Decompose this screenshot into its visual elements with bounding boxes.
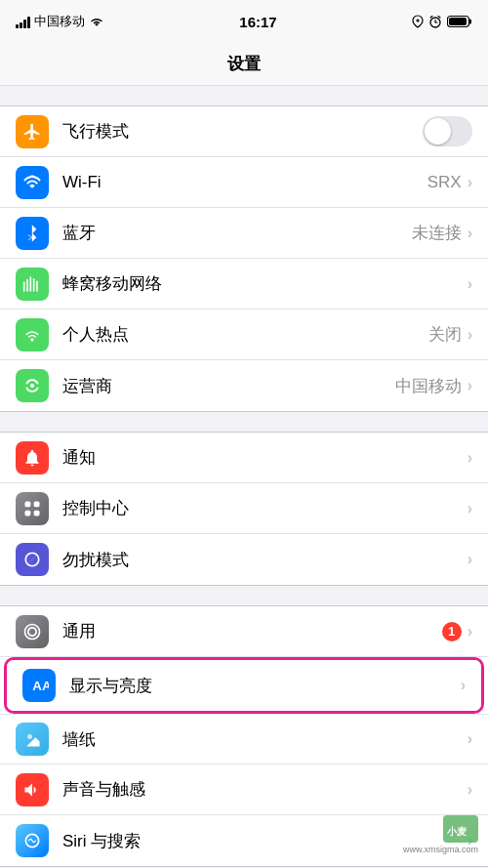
wifi-label: Wi-Fi: [62, 173, 427, 192]
settings-item-dnd[interactable]: 勿扰模式 ›: [0, 534, 488, 585]
section-notifications: 通知 › 控制中心 › 勿扰模式 ›: [0, 432, 488, 586]
wifi-value: SRX: [427, 173, 462, 192]
settings-item-control-center[interactable]: 控制中心 ›: [0, 483, 488, 534]
status-left: 中国移动: [16, 13, 104, 30]
highlighted-display-row: AA 显示与亮度 ›: [4, 657, 484, 714]
control-center-chevron-icon: ›: [468, 500, 472, 517]
location-icon: [412, 15, 424, 28]
settings-item-hotspot[interactable]: 个人热点 关闭 ›: [0, 310, 488, 360]
cellular-chevron-icon: ›: [468, 275, 472, 293]
airplane-icon: [16, 115, 49, 148]
settings-item-wallpaper[interactable]: 墙纸 ›: [0, 714, 488, 765]
display-chevron-icon: ›: [461, 677, 466, 694]
battery-icon: [447, 15, 472, 28]
airplane-label: 飞行模式: [62, 120, 423, 143]
airplane-toggle[interactable]: [423, 116, 472, 146]
watermark: 小麦 www.xmsigma.com: [403, 815, 478, 854]
settings-item-airplane[interactable]: 飞行模式: [0, 106, 488, 157]
cellular-icon: [16, 268, 49, 301]
status-right: [412, 15, 472, 28]
signal-bars-icon: [16, 15, 30, 28]
settings-item-notification[interactable]: 通知 ›: [0, 433, 488, 483]
general-icon: [16, 615, 49, 648]
bluetooth-chevron-icon: ›: [468, 225, 472, 242]
status-bar: 中国移动 16:17: [0, 0, 488, 43]
svg-text:小麦: 小麦: [446, 826, 468, 837]
wifi-status-icon: [89, 16, 104, 27]
bluetooth-label: 蓝牙: [62, 222, 412, 244]
notification-icon: [16, 441, 49, 475]
wallpaper-label: 墙纸: [62, 728, 468, 751]
hotspot-label: 个人热点: [62, 323, 428, 346]
settings-item-general[interactable]: 通用 1 ›: [0, 606, 488, 657]
svg-point-6: [30, 384, 34, 388]
carrier-icon: [16, 369, 49, 402]
sound-icon: [16, 773, 49, 806]
general-chevron-icon: ›: [468, 623, 472, 641]
settings-item-wifi[interactable]: Wi-Fi SRX ›: [0, 157, 488, 208]
svg-point-12: [27, 734, 32, 739]
settings-item-carrier[interactable]: 运营商 中国移动 ›: [0, 360, 488, 411]
status-time: 16:17: [239, 14, 276, 30]
alarm-icon: [428, 15, 442, 28]
svg-rect-9: [25, 510, 31, 516]
control-center-label: 控制中心: [62, 497, 468, 519]
airplane-toggle-knob: [425, 118, 451, 145]
settings-item-display[interactable]: AA 显示与亮度 ›: [7, 660, 481, 711]
wifi-chevron-icon: ›: [468, 174, 472, 191]
svg-rect-10: [34, 510, 40, 516]
display-icon: AA: [22, 669, 56, 702]
settings-item-sound[interactable]: 声音与触感 ›: [0, 765, 488, 815]
notification-label: 通知: [62, 446, 468, 469]
hotspot-value: 关闭: [428, 323, 462, 346]
svg-rect-7: [25, 501, 31, 507]
carrier-value: 中国移动: [395, 375, 462, 397]
svg-point-5: [30, 338, 33, 341]
dnd-label: 勿扰模式: [62, 549, 468, 571]
sound-chevron-icon: ›: [468, 781, 472, 799]
general-label: 通用: [62, 620, 442, 642]
dnd-chevron-icon: ›: [468, 551, 472, 568]
cellular-label: 蜂窝移动网络: [62, 272, 468, 295]
carrier-chevron-icon: ›: [468, 377, 472, 394]
hotspot-icon: [16, 318, 49, 351]
watermark-logo-icon: 小麦: [443, 815, 478, 843]
bluetooth-icon: [16, 217, 49, 250]
display-label: 显示与亮度: [69, 675, 461, 697]
settings-item-bluetooth[interactable]: 蓝牙 未连接 ›: [0, 208, 488, 259]
section-network: 飞行模式 Wi-Fi SRX › 蓝牙 未连接 › 蜂窝移动网络 › 个人热点: [0, 105, 488, 412]
notification-chevron-icon: ›: [468, 449, 472, 467]
control-center-icon: [16, 492, 49, 525]
svg-text:AA: AA: [32, 679, 49, 693]
settings-item-cellular[interactable]: 蜂窝移动网络 ›: [0, 259, 488, 310]
svg-rect-8: [34, 501, 40, 507]
sound-label: 声音与触感: [62, 778, 468, 801]
wifi-icon: [16, 166, 49, 199]
watermark-url: www.xmsigma.com: [403, 845, 478, 854]
carrier-label: 运营商: [62, 375, 395, 397]
hotspot-chevron-icon: ›: [468, 326, 472, 344]
page-title: 设置: [227, 53, 261, 75]
wallpaper-chevron-icon: ›: [468, 730, 472, 748]
svg-point-0: [417, 20, 420, 22]
nav-bar: 设置: [0, 43, 488, 86]
carrier-label: 中国移动: [34, 13, 85, 30]
dnd-icon: [16, 543, 49, 576]
wallpaper-icon: [16, 723, 49, 756]
siri-icon: [16, 824, 49, 857]
svg-rect-4: [449, 18, 467, 25]
general-badge: 1: [442, 622, 462, 641]
svg-rect-3: [469, 20, 472, 24]
bluetooth-value: 未连接: [412, 222, 462, 244]
